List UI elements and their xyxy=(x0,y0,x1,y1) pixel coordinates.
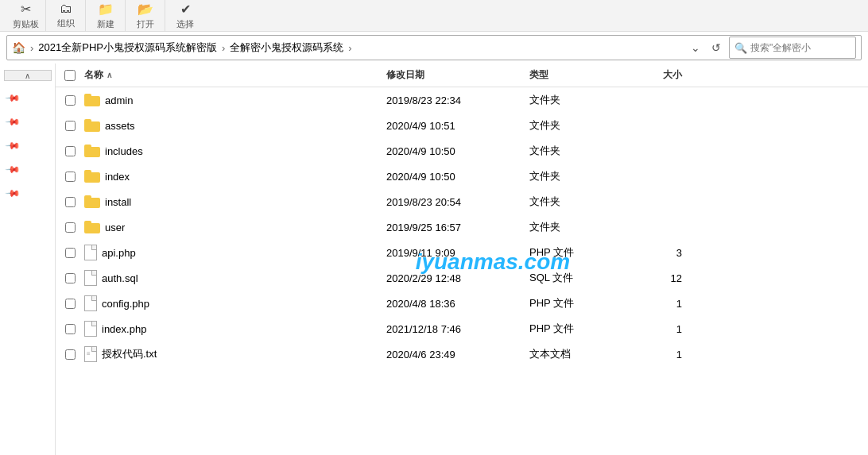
header-size[interactable]: 大小 xyxy=(625,68,688,82)
file-name[interactable]: install xyxy=(84,195,386,208)
toolbar-new-label: 新建 xyxy=(97,18,114,30)
nav-pin-2[interactable]: 📌 xyxy=(4,114,52,129)
file-icon xyxy=(84,346,97,362)
file-type: PHP 文件 xyxy=(529,245,625,260)
refresh-button[interactable]: ↺ xyxy=(708,40,724,56)
file-name[interactable]: 授权代码.txt xyxy=(84,346,386,362)
file-type: 文件夹 xyxy=(529,169,625,183)
file-icon xyxy=(84,245,97,260)
table-row[interactable]: user 2019/9/25 16:57 文件夹 xyxy=(56,214,868,240)
path-segment-1[interactable]: 2021全新PHP小鬼授权源码系统解密版 xyxy=(38,40,217,55)
file-size: 12 xyxy=(625,272,688,284)
select-all-checkbox[interactable] xyxy=(64,70,76,81)
toolbar-open-label: 打开 xyxy=(137,18,154,30)
search-box[interactable]: 🔍 xyxy=(729,37,856,59)
row-checkbox-col[interactable] xyxy=(56,248,84,258)
table-row[interactable]: install 2019/8/23 20:54 文件夹 xyxy=(56,189,868,214)
nav-pin-1[interactable]: 📌 xyxy=(4,91,52,105)
header-name[interactable]: 名称 ∧ xyxy=(84,68,386,82)
table-row[interactable]: api.php 2019/9/11 9:09 PHP 文件 3 xyxy=(56,240,868,265)
table-row[interactable]: admin 2019/8/23 22:34 文件夹 xyxy=(56,87,868,113)
file-name[interactable]: config.php xyxy=(84,295,386,311)
file-date: 2020/4/9 10:51 xyxy=(386,120,529,132)
table-row[interactable]: includes 2020/4/9 10:50 文件夹 xyxy=(56,138,868,164)
toolbar-open[interactable]: 📂 打开 xyxy=(126,0,165,31)
row-checkbox[interactable] xyxy=(65,197,76,207)
nav-pin-3[interactable]: 📌 xyxy=(4,138,52,152)
nav-panel: ∧ 📌 📌 📌 📌 📌 xyxy=(0,64,56,455)
row-checkbox-col[interactable] xyxy=(56,146,84,156)
toolbar-organize[interactable]: 🗂 组织 xyxy=(46,0,86,31)
file-name[interactable]: assets xyxy=(84,119,386,132)
file-type: PHP 文件 xyxy=(529,322,625,336)
file-date: 2020/4/9 10:50 xyxy=(386,145,529,157)
folder-icon xyxy=(84,94,100,106)
row-checkbox[interactable] xyxy=(65,146,76,156)
file-name[interactable]: index xyxy=(84,170,386,183)
row-checkbox-col[interactable] xyxy=(56,324,84,334)
row-checkbox-col[interactable] xyxy=(56,95,84,106)
row-checkbox-col[interactable] xyxy=(56,273,84,283)
row-checkbox[interactable] xyxy=(65,248,76,258)
table-row[interactable]: auth.sql 2020/2/29 12:48 SQL 文件 12 xyxy=(56,265,868,291)
file-name[interactable]: includes xyxy=(84,145,386,157)
row-checkbox-col[interactable] xyxy=(56,197,84,207)
row-checkbox[interactable] xyxy=(65,273,76,283)
row-checkbox[interactable] xyxy=(65,349,76,360)
toolbar-select-label: 选择 xyxy=(176,18,194,30)
dropdown-button[interactable]: ⌄ xyxy=(688,40,703,56)
file-icon xyxy=(84,270,97,286)
organize-icon: 🗂 xyxy=(60,2,72,16)
address-controls: ⌄ ↺ 🔍 xyxy=(688,37,856,59)
row-checkbox[interactable] xyxy=(65,121,76,131)
nav-scroll-up[interactable]: ∧ xyxy=(4,70,52,81)
row-checkbox-col[interactable] xyxy=(56,349,84,360)
toolbar-select[interactable]: ✔ 选择 xyxy=(165,0,205,31)
file-name[interactable]: auth.sql xyxy=(84,270,386,286)
row-checkbox-col[interactable] xyxy=(56,172,84,182)
search-input[interactable] xyxy=(750,42,846,53)
row-checkbox[interactable] xyxy=(65,324,76,334)
file-date: 2019/9/25 16:57 xyxy=(386,222,529,233)
nav-pin-5[interactable]: 📌 xyxy=(4,186,52,200)
row-checkbox-col[interactable] xyxy=(56,222,84,233)
row-checkbox-col[interactable] xyxy=(56,299,84,309)
file-name[interactable]: index.php xyxy=(84,321,386,337)
pin-icon-2: 📌 xyxy=(5,114,21,130)
row-checkbox-col[interactable] xyxy=(56,121,84,131)
table-row[interactable]: config.php 2020/4/8 18:36 PHP 文件 1 xyxy=(56,291,868,316)
table-row[interactable]: assets 2020/4/9 10:51 文件夹 xyxy=(56,113,868,138)
row-checkbox[interactable] xyxy=(65,222,76,233)
file-type: 文件夹 xyxy=(529,118,625,133)
file-name[interactable]: user xyxy=(84,221,386,233)
pin-icon-1: 📌 xyxy=(5,90,21,106)
address-bar[interactable]: 🏠 › 2021全新PHP小鬼授权源码系统解密版 › 全解密小鬼授权源码系统 ›… xyxy=(6,35,862,60)
file-type: 文件夹 xyxy=(529,195,625,209)
pin-icon-5: 📌 xyxy=(5,185,21,202)
table-row[interactable]: 授权代码.txt 2020/4/6 23:49 文本文档 1 xyxy=(56,341,868,367)
file-date: 2020/2/29 12:48 xyxy=(386,272,529,284)
header-date[interactable]: 修改日期 xyxy=(386,68,529,82)
file-name[interactable]: api.php xyxy=(84,245,386,260)
toolbar-new[interactable]: 📁 新建 xyxy=(86,0,126,31)
pin-icon-4: 📌 xyxy=(5,161,21,178)
header-checkbox-col[interactable] xyxy=(56,70,84,81)
table-row[interactable]: index 2020/4/9 10:50 文件夹 xyxy=(56,164,868,189)
nav-pin-4[interactable]: 📌 xyxy=(4,162,52,176)
file-date: 2020/4/6 23:49 xyxy=(386,349,529,361)
clipboard-icon: ✂ xyxy=(21,2,31,17)
file-date: 2019/8/23 22:34 xyxy=(386,94,529,106)
file-date: 2021/12/18 7:46 xyxy=(386,323,529,335)
header-type[interactable]: 类型 xyxy=(529,68,625,82)
row-checkbox[interactable] xyxy=(65,172,76,182)
file-name[interactable]: admin xyxy=(84,94,386,106)
toolbar-clipboard[interactable]: ✂ 剪贴板 xyxy=(6,0,46,31)
row-checkbox[interactable] xyxy=(65,95,76,106)
path-segment-2[interactable]: 全解密小鬼授权源码系统 xyxy=(230,40,343,55)
table-row[interactable]: index.php 2021/12/18 7:46 PHP 文件 1 xyxy=(56,316,868,341)
row-checkbox[interactable] xyxy=(65,299,76,309)
home-icon: 🏠 xyxy=(12,41,25,54)
file-date: 2020/4/8 18:36 xyxy=(386,298,529,310)
pin-icon-3: 📌 xyxy=(5,137,21,154)
toolbar-organize-label: 组织 xyxy=(57,17,75,29)
